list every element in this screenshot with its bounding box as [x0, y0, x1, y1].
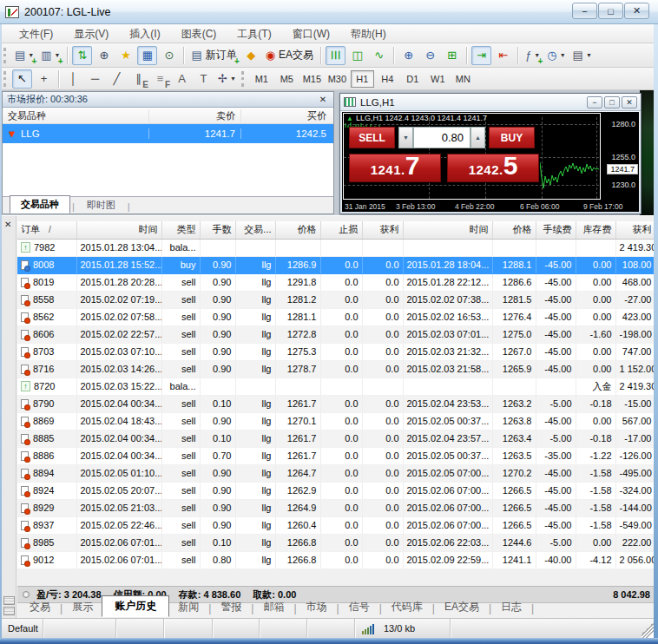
market-watch-tab-1[interactable]: 交易品种: [10, 195, 70, 214]
cursor-button[interactable]: ↖: [12, 69, 32, 89]
market-watch-close-icon[interactable]: ✕: [317, 95, 329, 104]
menu-item[interactable]: 帮助(H): [340, 25, 397, 43]
timeframe-w1[interactable]: W1: [426, 70, 450, 88]
timeframe-m1[interactable]: M1: [250, 70, 273, 88]
table-row[interactable]: 85622015.02.02 07:58...sell0.90llg1281.1…: [17, 308, 655, 325]
column-header[interactable]: 获利: [362, 221, 403, 239]
column-header[interactable]: 时间: [403, 221, 492, 239]
arrows-button[interactable]: ✢▼: [215, 69, 239, 89]
column-header[interactable]: 手续费: [536, 221, 576, 239]
table-row[interactable]: 80082015.01.28 15:52...buy0.90llg1286.90…: [17, 256, 655, 273]
dock-handle-icon[interactable]: [3, 596, 15, 605]
table-row[interactable]: 87032015.02.03 07:10...sell0.90llg1275.3…: [17, 343, 655, 360]
horizontal-line-button[interactable]: ─: [85, 69, 105, 89]
market-watch-toggle[interactable]: ⇅: [72, 46, 92, 65]
terminal-toggle[interactable]: ▦: [137, 46, 157, 65]
bar-chart-button[interactable]: ☰: [326, 46, 345, 65]
close-button[interactable]: ✕: [624, 3, 649, 19]
resize-grip[interactable]: [642, 619, 654, 638]
timeframe-d1[interactable]: D1: [401, 70, 424, 88]
profiles-button[interactable]: ▥+▼: [38, 46, 63, 65]
table-row[interactable]: 86062015.02.02 22:57...sell0.90llg1272.8…: [17, 325, 655, 343]
menu-item[interactable]: 插入(I): [119, 25, 170, 43]
tile-windows-button[interactable]: ⊞: [442, 46, 462, 65]
terminal-tab-4[interactable]: 新闻: [169, 597, 207, 617]
templates-button[interactable]: ▤▼: [570, 46, 595, 65]
terminal-tab-9[interactable]: 代码库: [383, 597, 431, 617]
menu-item[interactable]: 文件(F): [9, 25, 63, 43]
column-header[interactable]: 库存费: [576, 221, 615, 239]
menu-item[interactable]: 显示(V): [63, 25, 119, 43]
column-header[interactable]: 价格: [275, 221, 320, 239]
new-chart-button[interactable]: ▤+▼: [12, 46, 36, 65]
table-row[interactable]: 89292015.02.05 21:03...sell0.90llg1264.9…: [17, 499, 655, 516]
profile-status[interactable]: Default: [2, 619, 43, 638]
equidistant-channel-button[interactable]: ∥E: [128, 69, 148, 89]
sell-button[interactable]: SELL: [349, 127, 395, 148]
minimize-button[interactable]: −: [572, 3, 597, 19]
column-header[interactable]: 订单/: [17, 221, 76, 239]
table-row[interactable]: 89242015.02.05 20:07...sell0.90llg1262.9…: [17, 482, 655, 499]
column-bid[interactable]: 卖价: [148, 109, 240, 122]
periods-button[interactable]: ◷▼: [544, 46, 568, 65]
menu-item[interactable]: 窗口(W): [282, 25, 340, 43]
crosshair-button[interactable]: +: [34, 69, 54, 89]
timeframe-m5[interactable]: M5: [275, 70, 299, 88]
table-row[interactable]: 80192015.01.28 20:28...sell0.90llg1291.8…: [17, 273, 655, 291]
column-header[interactable]: 价格: [492, 221, 536, 239]
table-row[interactable]: ↑87202015.02.03 15:22...bala...入金2 419.3…: [17, 378, 655, 395]
restore-button[interactable]: □: [598, 3, 623, 19]
zoom-in-button[interactable]: ⊕: [398, 46, 418, 65]
terminal-tab-6[interactable]: 邮箱: [254, 597, 293, 617]
text-label-button[interactable]: T: [194, 69, 214, 89]
timeframe-m15[interactable]: M15: [300, 70, 324, 88]
new-order-button[interactable]: ▤+新订单: [188, 46, 239, 65]
fibonacci-button[interactable]: ≡F: [150, 69, 170, 89]
timeframe-mn[interactable]: MN: [451, 70, 475, 88]
line-chart-button[interactable]: ∿: [369, 46, 389, 65]
menu-item[interactable]: 图表(C): [171, 25, 227, 43]
terminal-tab-7[interactable]: 市场: [298, 597, 336, 617]
volume-down-button[interactable]: ▼: [398, 127, 413, 148]
vertical-line-button[interactable]: │: [63, 69, 83, 89]
terminal-tab-10[interactable]: EA交易: [436, 597, 488, 617]
sell-price-button[interactable]: 1241.7: [349, 154, 441, 182]
timeframe-h4[interactable]: H4: [376, 70, 399, 88]
toolbar-grip[interactable]: [3, 71, 8, 87]
column-header[interactable]: 类型: [161, 221, 200, 239]
table-row[interactable]: 88852015.02.04 00:34...sell0.10llg1261.7…: [17, 430, 655, 447]
autotrading-button[interactable]: ◉EA交易: [263, 46, 316, 65]
table-row[interactable]: 85582015.02.02 07:19...sell0.90llg1281.2…: [17, 291, 655, 308]
terminal-tab-2[interactable]: 展示: [63, 597, 102, 617]
table-row[interactable]: 89372015.02.05 22:46...sell0.90llg1260.4…: [17, 516, 655, 534]
strategy-tester-toggle[interactable]: ⊙: [159, 46, 179, 65]
auto-scroll-toggle[interactable]: ⇥: [471, 46, 491, 65]
chart-close-button[interactable]: ✕: [622, 96, 637, 108]
timeframe-m30[interactable]: M30: [326, 70, 349, 88]
column-header[interactable]: 止损: [320, 221, 362, 239]
table-row[interactable]: ↑79822015.01.28 13:04...bala...2 419.30: [17, 239, 655, 256]
chart-area[interactable]: ▲LLG,H1 1242.4 1243.0 1241.4 1241.7 SELL…: [342, 112, 639, 212]
table-row[interactable]: 88862015.02.04 00:34...sell0.70llg1261.7…: [17, 447, 655, 464]
column-ask[interactable]: 买价: [240, 109, 332, 122]
menu-item[interactable]: 工具(T): [227, 25, 281, 43]
buy-price-button[interactable]: 1242.5: [447, 154, 539, 182]
terminal-tab-11[interactable]: 日志: [492, 597, 530, 617]
terminal-tab-1[interactable]: 交易: [21, 597, 59, 617]
symbol-row-llg[interactable]: ▼ LLG 1241.7 1242.5: [3, 124, 333, 143]
metaeditor-button[interactable]: ◆: [241, 46, 261, 65]
chart-minimize-button[interactable]: −: [587, 96, 602, 108]
terminal-close-icon[interactable]: ✕: [4, 220, 11, 229]
candlestick-button[interactable]: ◫: [347, 46, 367, 65]
navigator-toggle[interactable]: ★: [115, 46, 135, 65]
chart-shift-toggle[interactable]: ⇤: [493, 46, 513, 65]
indicators-button[interactable]: ƒ+▼: [523, 46, 543, 65]
table-row[interactable]: 88692015.02.04 18:43...sell0.90llg1270.1…: [17, 412, 655, 430]
terminal-tab-3[interactable]: 账户历史: [102, 595, 169, 617]
table-row[interactable]: 87162015.02.03 14:26...sell0.90llg1278.7…: [17, 360, 655, 378]
market-watch-tab-2[interactable]: 即时图: [76, 197, 126, 214]
volume-input[interactable]: 0.80: [413, 127, 470, 148]
table-row[interactable]: 88942015.02.05 01:10...sell0.90llg1264.7…: [17, 464, 655, 482]
dock-handle-icon[interactable]: [3, 607, 15, 615]
chart-restore-button[interactable]: □: [604, 96, 620, 108]
